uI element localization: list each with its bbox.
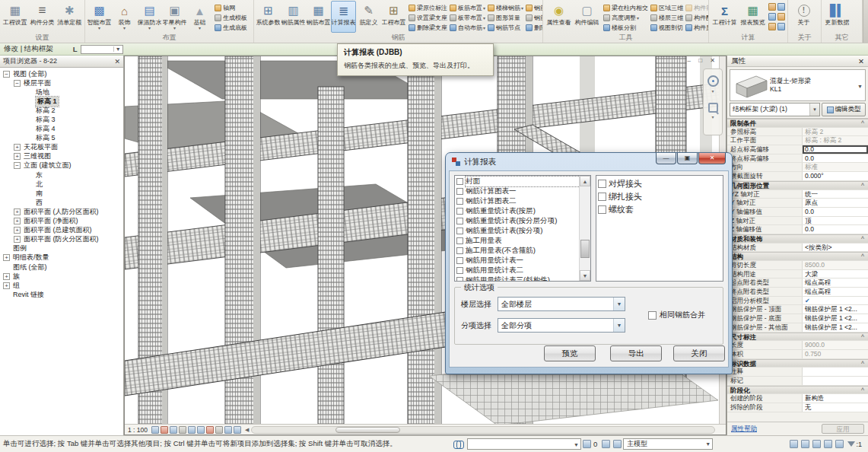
property-row[interactable]: 钢筋保护层 - 底面 钢筋保护层 1 <2... [727,314,868,323]
tree-item[interactable]: 东 [0,170,123,180]
view-bar-icon[interactable] [215,426,223,434]
ribbon-small-button[interactable]: 板筋布置 [450,3,485,13]
tree-expander-icon[interactable]: − [14,162,21,169]
view-bar-icon[interactable] [188,426,196,434]
editing-requests-icon[interactable] [583,440,591,448]
minimize-button[interactable]: — [656,153,676,164]
ribbon-button[interactable]: 筋定义 [356,1,381,33]
report-list-item[interactable]: 钢筋用量统计表三(斜构件) [455,275,590,282]
ribbon-button[interactable]: 属性查看 [545,1,573,33]
ribbon-small-button[interactable]: 钢筋明细 [526,13,543,23]
instance-filter-combobox[interactable]: 结构框架 (大梁) (1) ▼ [730,103,820,116]
view-bar-icon[interactable] [206,426,214,434]
ribbon-collapse-strip[interactable] [863,0,868,43]
report-list-item[interactable]: 封面 [455,177,590,186]
tree-item[interactable]: 标高 5 [0,134,123,143]
status-tool-icon[interactable] [790,440,798,448]
horizontal-scrollbar[interactable] [251,426,715,434]
property-row[interactable]: 终点附着类型 端点高程 [727,288,868,297]
status-tool-icon[interactable] [824,440,832,448]
tree-item[interactable]: + 面积平面 (人防分区面积) [0,207,123,216]
close-icon[interactable]: ✕ [858,57,864,65]
item-select-combobox[interactable]: 全部分项 ▼ [498,318,625,333]
scroll-up-icon[interactable]: ▲ [580,176,590,186]
view-bar-icon[interactable] [151,426,159,434]
tree-item[interactable]: + 明细表/数量 [0,253,123,263]
ribbon-small-button[interactable]: 构件配色 [685,13,709,23]
property-row[interactable]: 长度 9000.0 [727,341,868,350]
ribbon-small-button[interactable]: 楼板分割 [603,23,648,33]
ribbon-button[interactable]: 保温防水 [137,1,162,33]
scrollbar-thumb[interactable] [335,427,400,433]
tree-expander-icon[interactable]: − [14,80,21,87]
tree-expander-icon[interactable]: + [3,273,10,280]
scroll-down-icon[interactable]: ▼ [580,270,590,281]
status-tool-icon[interactable] [812,440,821,448]
tree-item[interactable]: 标高 4 [0,125,123,134]
ribbon-button[interactable]: 关于 [790,1,818,33]
checkbox[interactable] [456,267,463,274]
property-row[interactable]: 参照标高 标高 2 [727,128,868,137]
tree-expander-icon[interactable]: + [14,208,21,215]
property-row[interactable]: 启用分析模型 ✔ [727,297,868,306]
checkbox[interactable] [456,178,463,185]
close-button[interactable]: ✕ [698,153,726,164]
scrollbar-thumb[interactable] [580,240,590,258]
tree-item[interactable]: + 面积平面 (净面积) [0,217,123,226]
joint-type-list[interactable]: 对焊接头 绑扎接头 螺纹套 [596,175,723,282]
status-tool-icon[interactable] [835,440,844,448]
view-bar-icon[interactable] [170,426,177,434]
property-row[interactable]: 钢筋保护层 - 其他面 钢筋保护层 1 <2... [727,323,868,333]
property-row[interactable]: 注释 [727,368,868,377]
list-scrollbar[interactable]: ▲ ▼ [579,176,590,281]
tree-expander-icon[interactable]: + [14,153,21,160]
checkbox[interactable] [456,218,463,224]
calc-tool-icon[interactable] [768,3,776,11]
report-list-item[interactable]: 施工用量表 [455,236,590,246]
tree-item[interactable]: + 三维视图 [0,152,123,161]
ribbon-small-button[interactable]: 梁在柱内相交 [603,3,648,13]
tree-item[interactable]: 图纸 (全部) [0,263,123,272]
property-row[interactable]: 结构 [727,252,868,261]
design-option-combobox[interactable]: 主模型 ▼ [623,438,713,450]
tree-item[interactable]: 场地 [0,88,123,97]
property-row[interactable]: 剪切长度 8500.0 [727,261,868,270]
ribbon-small-button[interactable]: 生成底板 [215,23,247,33]
report-list-item[interactable]: 施工用量表(不含箍筋) [455,246,590,256]
property-row[interactable]: Z 轴偏移值 0.0 [727,225,868,234]
apply-button[interactable]: 应用 [822,424,864,434]
tree-item[interactable]: 西 [0,198,123,207]
property-row[interactable]: Y 轴对正 原点 [727,199,868,208]
report-list-item[interactable]: 钢筋重量统计表(按分层分项) [455,216,590,226]
calc-tool-icon[interactable] [777,13,785,21]
checkbox[interactable] [456,208,463,215]
close-dialog-button[interactable]: 关闭 [673,345,725,361]
worksets-dialog-icon[interactable] [602,440,610,448]
property-row[interactable]: 钢筋保护层 - 顶面 钢筋保护层 1 <2... [727,305,868,314]
ribbon-small-button[interactable]: 高度调整 [603,13,648,23]
type-selector-combobox[interactable]: ▼ [81,45,123,54]
property-row[interactable]: 起点附着类型 端点高程 [727,279,868,288]
checkbox[interactable] [598,193,606,201]
tree-item[interactable]: 标高 1 [0,97,123,106]
ribbon-small-button[interactable]: 楼梯钢筋 [488,3,523,13]
calc-tool-icon[interactable] [777,3,785,11]
checkbox[interactable] [456,198,463,205]
view-scale-button[interactable]: 1 : 100 [128,426,148,434]
property-row[interactable]: 终点标高偏移 0.0 [727,154,868,164]
ribbon-small-button[interactable]: 钢筋节点 [488,23,523,33]
property-row[interactable]: 标记 [727,377,868,386]
checkbox[interactable] [456,247,463,254]
tree-item[interactable]: 北 [0,180,123,189]
tree-item[interactable]: − 视图 (全部) [0,69,123,78]
checkbox[interactable] [456,277,463,282]
property-row[interactable]: 材质和装饰 [727,234,868,244]
property-row[interactable]: 结构材质 <按类别> [727,244,868,253]
ribbon-button[interactable]: 构件分类 [29,1,56,33]
ribbon-small-button[interactable]: 构件筛选 [685,3,709,13]
checkbox[interactable] [456,257,463,264]
edit-type-button[interactable]: 编辑类型 [822,103,866,116]
ribbon-small-button[interactable]: 板带布置 [450,13,485,23]
ribbon-button[interactable]: 钢筋布置 [306,1,331,33]
view-bar-icon[interactable] [234,426,241,434]
